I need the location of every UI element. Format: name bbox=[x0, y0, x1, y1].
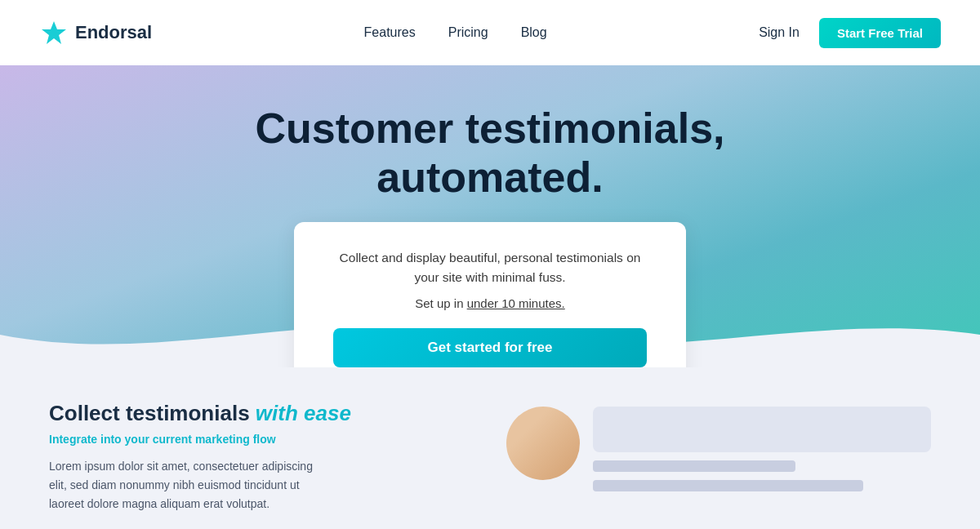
lower-left: Collect testimonials with ease Integrate… bbox=[49, 400, 506, 529]
lower-right bbox=[506, 400, 931, 529]
section-body: Lorem ipsum dolor sit amet, consectetuer… bbox=[49, 457, 327, 513]
nav-item-blog[interactable]: Blog bbox=[521, 25, 547, 40]
logo-icon bbox=[39, 18, 69, 47]
nav-links: Features Pricing Blog bbox=[364, 25, 547, 40]
card-top-bar bbox=[593, 407, 931, 452]
logo-text: Endorsal bbox=[75, 22, 152, 43]
get-started-button[interactable]: Get started for free bbox=[333, 328, 647, 367]
lower-section: Collect testimonials with ease Integrate… bbox=[0, 367, 980, 529]
hero-description: Collect and display beautiful, personal … bbox=[333, 248, 647, 289]
section-title: Collect testimonials with ease bbox=[49, 400, 474, 428]
card-line-2 bbox=[593, 480, 863, 491]
avatar bbox=[506, 407, 580, 480]
hero-section: Customer testimonials, automated. Collec… bbox=[0, 65, 980, 367]
logo[interactable]: Endorsal bbox=[39, 18, 152, 47]
navbar: Endorsal Features Pricing Blog Sign In S… bbox=[0, 0, 980, 65]
nav-right: Sign In Start Free Trial bbox=[759, 18, 941, 48]
hero-card: Collect and display beautiful, personal … bbox=[294, 222, 686, 367]
nav-item-features[interactable]: Features bbox=[364, 25, 416, 40]
section-subtitle: Integrate into your current marketing fl… bbox=[49, 433, 474, 446]
card-mockup bbox=[593, 407, 931, 491]
card-line-1 bbox=[593, 460, 795, 472]
nav-item-pricing[interactable]: Pricing bbox=[448, 25, 488, 40]
start-trial-button[interactable]: Start Free Trial bbox=[819, 18, 941, 48]
sign-in-link[interactable]: Sign In bbox=[759, 25, 800, 40]
hero-setup-text: Set up in under 10 minutes. bbox=[333, 296, 647, 310]
hero-title: Customer testimonials, automated. bbox=[255, 104, 724, 202]
svg-marker-0 bbox=[42, 21, 66, 44]
